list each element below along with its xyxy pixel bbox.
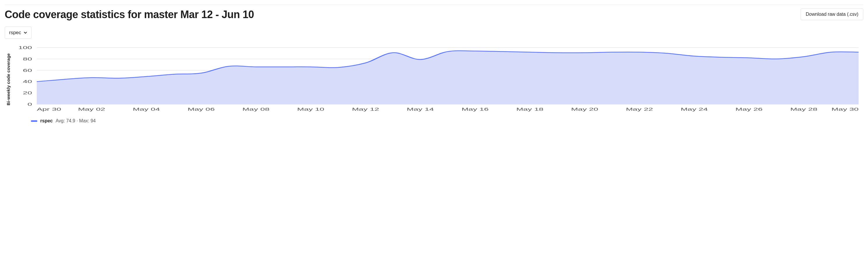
page-title: Code coverage statistics for master Mar … (5, 8, 254, 21)
svg-text:May 02: May 02 (78, 107, 105, 112)
legend-swatch (31, 120, 37, 122)
svg-text:100: 100 (19, 46, 32, 50)
y-axis-label: Bi-weekly code coverage (5, 46, 12, 113)
svg-text:May 30: May 30 (832, 107, 859, 112)
svg-text:May 26: May 26 (736, 107, 763, 112)
chart-plot: 020406080100Apr 30May 02May 04May 06May … (12, 46, 863, 113)
svg-text:May 18: May 18 (516, 107, 544, 112)
svg-text:40: 40 (23, 80, 32, 84)
selector-row: rspec (5, 27, 863, 39)
chart-container: Bi-weekly code coverage 020406080100Apr … (5, 46, 863, 113)
legend-series-stats: Avg: 74.9 · Max: 94 (56, 118, 96, 123)
svg-text:May 20: May 20 (571, 107, 598, 112)
svg-text:80: 80 (23, 57, 32, 61)
svg-text:May 22: May 22 (626, 107, 653, 112)
svg-text:Apr 30: Apr 30 (37, 107, 61, 112)
svg-text:May 08: May 08 (242, 107, 270, 112)
svg-text:20: 20 (23, 91, 32, 95)
svg-text:May 28: May 28 (790, 107, 817, 112)
download-raw-data-button[interactable]: Download raw data (.csv) (801, 8, 863, 20)
header-row: Code coverage statistics for master Mar … (5, 5, 863, 21)
svg-text:60: 60 (23, 68, 32, 73)
svg-text:May 10: May 10 (297, 107, 324, 112)
series-selector-label: rspec (9, 30, 21, 36)
svg-text:May 06: May 06 (188, 107, 215, 112)
svg-text:May 24: May 24 (681, 107, 708, 112)
svg-text:May 16: May 16 (461, 107, 489, 112)
series-selector-dropdown[interactable]: rspec (5, 27, 31, 39)
legend: rspec Avg: 74.9 · Max: 94 (31, 118, 863, 123)
legend-series-name: rspec (40, 118, 53, 123)
svg-text:May 04: May 04 (133, 107, 160, 112)
svg-text:0: 0 (27, 102, 32, 107)
chart-svg: 020406080100Apr 30May 02May 04May 06May … (12, 46, 863, 113)
chevron-down-icon (24, 31, 27, 34)
svg-text:May 14: May 14 (407, 107, 434, 112)
svg-text:May 12: May 12 (352, 107, 379, 112)
